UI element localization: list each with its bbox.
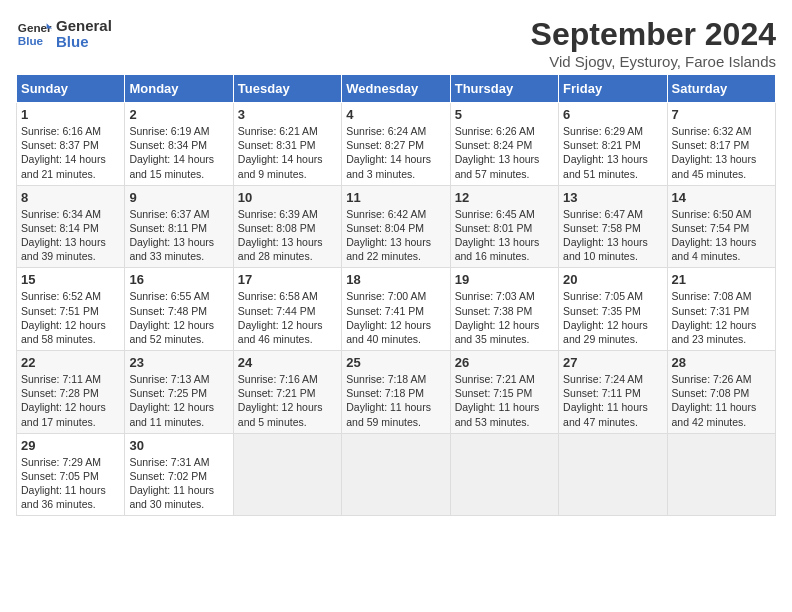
calendar-cell: 9Sunrise: 6:37 AM Sunset: 8:11 PM Daylig… [125, 185, 233, 268]
day-info: Sunrise: 6:32 AM Sunset: 8:17 PM Dayligh… [672, 124, 771, 181]
calendar-cell: 17Sunrise: 6:58 AM Sunset: 7:44 PM Dayli… [233, 268, 341, 351]
calendar-cell: 16Sunrise: 6:55 AM Sunset: 7:48 PM Dayli… [125, 268, 233, 351]
day-number: 29 [21, 438, 120, 453]
day-number: 7 [672, 107, 771, 122]
day-number: 14 [672, 190, 771, 205]
day-info: Sunrise: 6:26 AM Sunset: 8:24 PM Dayligh… [455, 124, 554, 181]
day-info: Sunrise: 7:05 AM Sunset: 7:35 PM Dayligh… [563, 289, 662, 346]
day-number: 23 [129, 355, 228, 370]
day-info: Sunrise: 6:50 AM Sunset: 7:54 PM Dayligh… [672, 207, 771, 264]
day-info: Sunrise: 7:13 AM Sunset: 7:25 PM Dayligh… [129, 372, 228, 429]
calendar-cell: 30Sunrise: 7:31 AM Sunset: 7:02 PM Dayli… [125, 433, 233, 516]
day-info: Sunrise: 7:16 AM Sunset: 7:21 PM Dayligh… [238, 372, 337, 429]
calendar-cell: 25Sunrise: 7:18 AM Sunset: 7:18 PM Dayli… [342, 351, 450, 434]
calendar-cell: 12Sunrise: 6:45 AM Sunset: 8:01 PM Dayli… [450, 185, 558, 268]
col-header-monday: Monday [125, 75, 233, 103]
day-number: 5 [455, 107, 554, 122]
week-row-4: 22Sunrise: 7:11 AM Sunset: 7:28 PM Dayli… [17, 351, 776, 434]
day-number: 11 [346, 190, 445, 205]
day-number: 8 [21, 190, 120, 205]
day-info: Sunrise: 6:47 AM Sunset: 7:58 PM Dayligh… [563, 207, 662, 264]
calendar-cell: 8Sunrise: 6:34 AM Sunset: 8:14 PM Daylig… [17, 185, 125, 268]
calendar-cell: 2Sunrise: 6:19 AM Sunset: 8:34 PM Daylig… [125, 103, 233, 186]
day-info: Sunrise: 7:03 AM Sunset: 7:38 PM Dayligh… [455, 289, 554, 346]
calendar-cell: 3Sunrise: 6:21 AM Sunset: 8:31 PM Daylig… [233, 103, 341, 186]
calendar-cell: 7Sunrise: 6:32 AM Sunset: 8:17 PM Daylig… [667, 103, 775, 186]
calendar-cell: 20Sunrise: 7:05 AM Sunset: 7:35 PM Dayli… [559, 268, 667, 351]
day-number: 22 [21, 355, 120, 370]
calendar-cell [450, 433, 558, 516]
calendar-cell: 18Sunrise: 7:00 AM Sunset: 7:41 PM Dayli… [342, 268, 450, 351]
day-number: 19 [455, 272, 554, 287]
day-info: Sunrise: 6:16 AM Sunset: 8:37 PM Dayligh… [21, 124, 120, 181]
title-block: September 2024 Vid Sjogv, Eysturoy, Faro… [531, 16, 776, 70]
day-number: 3 [238, 107, 337, 122]
day-number: 12 [455, 190, 554, 205]
calendar-cell: 10Sunrise: 6:39 AM Sunset: 8:08 PM Dayli… [233, 185, 341, 268]
day-number: 26 [455, 355, 554, 370]
calendar-header-row: SundayMondayTuesdayWednesdayThursdayFrid… [17, 75, 776, 103]
calendar-cell: 5Sunrise: 6:26 AM Sunset: 8:24 PM Daylig… [450, 103, 558, 186]
calendar-cell: 21Sunrise: 7:08 AM Sunset: 7:31 PM Dayli… [667, 268, 775, 351]
svg-text:Blue: Blue [18, 34, 44, 47]
calendar-cell: 26Sunrise: 7:21 AM Sunset: 7:15 PM Dayli… [450, 351, 558, 434]
day-number: 17 [238, 272, 337, 287]
day-number: 24 [238, 355, 337, 370]
page-subtitle: Vid Sjogv, Eysturoy, Faroe Islands [531, 53, 776, 70]
week-row-1: 1Sunrise: 6:16 AM Sunset: 8:37 PM Daylig… [17, 103, 776, 186]
day-info: Sunrise: 7:31 AM Sunset: 7:02 PM Dayligh… [129, 455, 228, 512]
day-info: Sunrise: 7:00 AM Sunset: 7:41 PM Dayligh… [346, 289, 445, 346]
week-row-3: 15Sunrise: 6:52 AM Sunset: 7:51 PM Dayli… [17, 268, 776, 351]
calendar-body: 1Sunrise: 6:16 AM Sunset: 8:37 PM Daylig… [17, 103, 776, 516]
calendar-cell: 4Sunrise: 6:24 AM Sunset: 8:27 PM Daylig… [342, 103, 450, 186]
week-row-5: 29Sunrise: 7:29 AM Sunset: 7:05 PM Dayli… [17, 433, 776, 516]
day-info: Sunrise: 7:24 AM Sunset: 7:11 PM Dayligh… [563, 372, 662, 429]
day-info: Sunrise: 6:19 AM Sunset: 8:34 PM Dayligh… [129, 124, 228, 181]
day-number: 10 [238, 190, 337, 205]
calendar-cell [342, 433, 450, 516]
calendar-table: SundayMondayTuesdayWednesdayThursdayFrid… [16, 74, 776, 516]
day-number: 2 [129, 107, 228, 122]
col-header-wednesday: Wednesday [342, 75, 450, 103]
day-number: 1 [21, 107, 120, 122]
day-info: Sunrise: 6:42 AM Sunset: 8:04 PM Dayligh… [346, 207, 445, 264]
calendar-cell: 19Sunrise: 7:03 AM Sunset: 7:38 PM Dayli… [450, 268, 558, 351]
page-header: General Blue General Blue September 2024… [16, 16, 776, 70]
calendar-cell: 22Sunrise: 7:11 AM Sunset: 7:28 PM Dayli… [17, 351, 125, 434]
calendar-cell: 27Sunrise: 7:24 AM Sunset: 7:11 PM Dayli… [559, 351, 667, 434]
calendar-cell: 14Sunrise: 6:50 AM Sunset: 7:54 PM Dayli… [667, 185, 775, 268]
calendar-cell: 6Sunrise: 6:29 AM Sunset: 8:21 PM Daylig… [559, 103, 667, 186]
day-number: 13 [563, 190, 662, 205]
col-header-tuesday: Tuesday [233, 75, 341, 103]
day-info: Sunrise: 7:11 AM Sunset: 7:28 PM Dayligh… [21, 372, 120, 429]
day-info: Sunrise: 7:18 AM Sunset: 7:18 PM Dayligh… [346, 372, 445, 429]
logo-blue: Blue [56, 34, 112, 51]
calendar-cell: 28Sunrise: 7:26 AM Sunset: 7:08 PM Dayli… [667, 351, 775, 434]
day-number: 21 [672, 272, 771, 287]
calendar-cell: 24Sunrise: 7:16 AM Sunset: 7:21 PM Dayli… [233, 351, 341, 434]
page-title: September 2024 [531, 16, 776, 53]
day-info: Sunrise: 7:21 AM Sunset: 7:15 PM Dayligh… [455, 372, 554, 429]
day-info: Sunrise: 6:55 AM Sunset: 7:48 PM Dayligh… [129, 289, 228, 346]
calendar-cell [559, 433, 667, 516]
day-info: Sunrise: 6:34 AM Sunset: 8:14 PM Dayligh… [21, 207, 120, 264]
day-info: Sunrise: 6:58 AM Sunset: 7:44 PM Dayligh… [238, 289, 337, 346]
day-number: 16 [129, 272, 228, 287]
day-info: Sunrise: 7:08 AM Sunset: 7:31 PM Dayligh… [672, 289, 771, 346]
logo: General Blue General Blue [16, 16, 112, 52]
day-number: 18 [346, 272, 445, 287]
col-header-friday: Friday [559, 75, 667, 103]
calendar-cell: 1Sunrise: 6:16 AM Sunset: 8:37 PM Daylig… [17, 103, 125, 186]
calendar-cell: 23Sunrise: 7:13 AM Sunset: 7:25 PM Dayli… [125, 351, 233, 434]
day-number: 15 [21, 272, 120, 287]
calendar-cell: 13Sunrise: 6:47 AM Sunset: 7:58 PM Dayli… [559, 185, 667, 268]
day-info: Sunrise: 6:29 AM Sunset: 8:21 PM Dayligh… [563, 124, 662, 181]
day-info: Sunrise: 6:45 AM Sunset: 8:01 PM Dayligh… [455, 207, 554, 264]
logo-general: General [56, 18, 112, 35]
day-info: Sunrise: 6:21 AM Sunset: 8:31 PM Dayligh… [238, 124, 337, 181]
day-number: 6 [563, 107, 662, 122]
logo-icon: General Blue [16, 16, 52, 52]
calendar-cell [233, 433, 341, 516]
day-info: Sunrise: 6:37 AM Sunset: 8:11 PM Dayligh… [129, 207, 228, 264]
day-number: 27 [563, 355, 662, 370]
